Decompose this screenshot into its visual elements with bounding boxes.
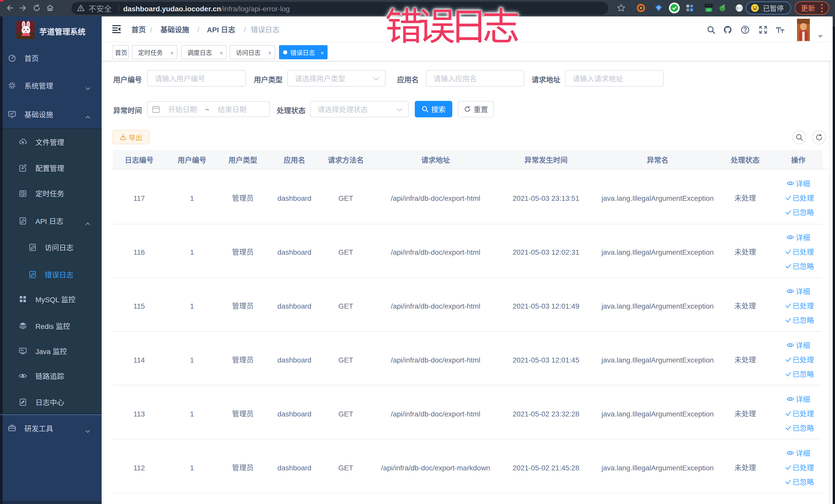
svg-text:on: on: [707, 8, 710, 11]
